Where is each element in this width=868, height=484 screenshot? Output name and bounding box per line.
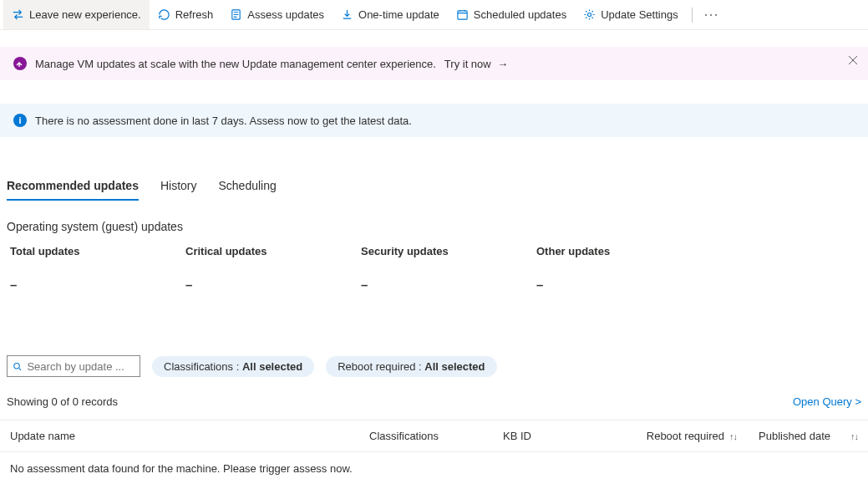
col-kb-id-label: KB ID — [503, 430, 531, 442]
search-box[interactable] — [7, 355, 140, 377]
summary-security-value: – — [361, 278, 536, 292]
summary-other: Other updates – — [536, 245, 712, 292]
scheduled-updates-label: Scheduled updates — [474, 8, 566, 21]
empty-state-message: No assessment data found for the machine… — [0, 452, 868, 484]
download-icon — [341, 8, 353, 21]
col-published-label: Published date — [759, 430, 830, 442]
arrow-right-icon: → — [497, 58, 508, 70]
promo-banner: Manage VM updates at scale with the new … — [0, 47, 868, 80]
try-it-now-link[interactable]: Try it now → — [444, 58, 508, 70]
calendar-icon — [456, 8, 469, 21]
classifications-filter[interactable]: Classifications : All selected — [152, 356, 314, 377]
tab-bar: Recommended updates History Scheduling — [0, 174, 868, 201]
classifications-filter-label: Classifications : — [164, 360, 242, 373]
one-time-update-label: One-time update — [358, 8, 439, 21]
updates-table: Update name Classifications KB ID Reboot… — [0, 420, 868, 484]
summary-total-value: – — [10, 278, 185, 292]
tab-recommended[interactable]: Recommended updates — [7, 174, 139, 201]
leave-experience-button[interactable]: Leave new experience. — [3, 0, 150, 29]
tab-history[interactable]: History — [160, 174, 197, 201]
col-reboot-required[interactable]: Reboot required ↑↓ — [612, 430, 737, 442]
sort-icon: ↑↓ — [729, 431, 737, 441]
col-update-name-label: Update name — [10, 430, 75, 442]
close-icon — [848, 55, 858, 65]
assess-updates-label: Assess updates — [247, 8, 324, 21]
col-published-date[interactable]: Published date ↑↓ — [737, 430, 858, 442]
svg-rect-1 — [458, 11, 467, 19]
refresh-icon — [158, 8, 170, 21]
summary-total-label: Total updates — [10, 245, 185, 257]
close-banner-button[interactable] — [848, 55, 858, 68]
svg-point-3 — [705, 14, 707, 16]
svg-point-6 — [14, 363, 19, 368]
gear-icon — [583, 8, 596, 21]
records-count: Showing 0 of 0 records — [7, 395, 118, 408]
clipboard-icon — [230, 8, 242, 21]
summary-critical: Critical updates – — [185, 245, 361, 292]
more-button[interactable] — [698, 0, 724, 29]
search-icon — [13, 361, 22, 372]
refresh-button[interactable]: Refresh — [150, 0, 222, 29]
refresh-label: Refresh — [175, 8, 214, 21]
toolbar-separator — [692, 8, 693, 23]
search-input[interactable] — [27, 360, 135, 373]
try-it-now-label: Try it now — [444, 58, 491, 70]
leave-experience-label: Leave new experience. — [29, 8, 141, 21]
summary-security-label: Security updates — [361, 245, 536, 257]
col-classifications-label: Classifications — [369, 430, 439, 442]
summary-other-value: – — [536, 278, 712, 292]
promo-icon — [13, 57, 27, 70]
summary-other-label: Other updates — [536, 245, 712, 257]
svg-point-4 — [710, 14, 712, 16]
tab-scheduling[interactable]: Scheduling — [219, 174, 277, 201]
sort-icon: ↑↓ — [850, 431, 858, 441]
col-classifications[interactable]: Classifications — [369, 430, 503, 442]
info-banner: i There is no assessment done in last 7 … — [0, 104, 868, 137]
info-icon: i — [13, 114, 27, 127]
col-update-name[interactable]: Update name — [10, 430, 369, 442]
update-settings-button[interactable]: Update Settings — [575, 0, 687, 29]
col-reboot-label: Reboot required — [647, 430, 724, 442]
info-text: There is no assessment done in last 7 da… — [35, 115, 412, 127]
reboot-filter-value: All selected — [424, 360, 485, 373]
summary-critical-label: Critical updates — [185, 245, 361, 257]
reboot-filter-label: Reboot required : — [338, 360, 424, 373]
scheduled-updates-button[interactable]: Scheduled updates — [448, 0, 575, 29]
one-time-update-button[interactable]: One-time update — [332, 0, 448, 29]
swap-icon — [12, 8, 24, 21]
col-kb-id[interactable]: KB ID — [503, 430, 612, 442]
assess-updates-button[interactable]: Assess updates — [221, 0, 332, 29]
summary-critical-value: – — [185, 278, 361, 292]
filter-row: Classifications : All selected Reboot re… — [0, 355, 868, 377]
records-row: Showing 0 of 0 records Open Query > — [0, 395, 868, 408]
open-query-link[interactable]: Open Query > — [793, 395, 861, 408]
command-bar: Leave new experience. Refresh Assess upd… — [0, 0, 868, 30]
ellipsis-icon — [704, 13, 718, 17]
update-settings-label: Update Settings — [601, 8, 678, 21]
table-header: Update name Classifications KB ID Reboot… — [0, 420, 868, 452]
promo-text: Manage VM updates at scale with the new … — [35, 58, 436, 70]
reboot-required-filter[interactable]: Reboot required : All selected — [326, 356, 496, 377]
section-title: Operating system (guest) updates — [7, 220, 868, 233]
classifications-filter-value: All selected — [242, 360, 302, 373]
summary-total: Total updates – — [10, 245, 185, 292]
svg-point-2 — [588, 13, 591, 16]
summary-row: Total updates – Critical updates – Secur… — [0, 245, 868, 292]
svg-point-5 — [715, 14, 717, 16]
summary-security: Security updates – — [361, 245, 536, 292]
